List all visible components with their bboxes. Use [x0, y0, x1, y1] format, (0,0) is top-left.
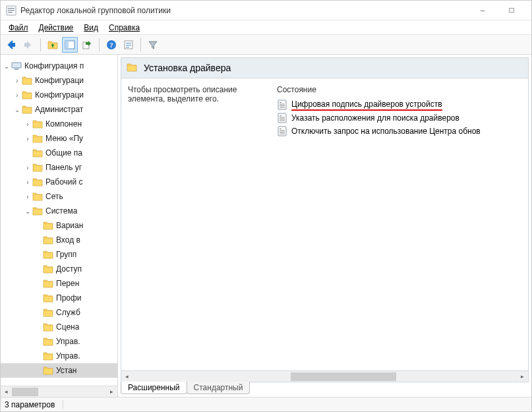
minimize-button[interactable]: –: [468, 1, 497, 20]
setting-label: Указать расположения для поиска драйверо…: [291, 113, 459, 123]
svg-rect-16: [126, 45, 131, 45]
tree-install-driver[interactable]: ·Устан: [1, 363, 117, 378]
status-bar: 3 параметров: [1, 397, 531, 411]
scroll-left-button[interactable]: ◂: [121, 371, 133, 382]
export-icon: [82, 40, 92, 50]
scroll-thumb[interactable]: [291, 372, 396, 381]
content-body: Чтобы просмотреть описание элемента, выд…: [121, 78, 529, 371]
tree-controlpanel[interactable]: ›Панель уг: [1, 160, 117, 175]
menu-bar: Файл Действие Вид Справка: [1, 20, 531, 35]
content-tabs: Расширенный Стандартный: [121, 382, 529, 397]
content-header: Установка драйвера: [121, 57, 529, 78]
arrow-right-icon: [23, 40, 34, 50]
setting-item-locations[interactable]: Указать расположения для поиска драйверо…: [274, 111, 525, 125]
menu-file[interactable]: Файл: [3, 22, 34, 34]
tree-cfg1[interactable]: ›Конфигураци: [1, 73, 117, 88]
svg-rect-18: [12, 63, 21, 68]
tab-standard[interactable]: Стандартный: [187, 382, 251, 394]
tree-admin[interactable]: ⌄Администрат: [1, 102, 117, 117]
tree-login[interactable]: ·Вход в: [1, 233, 117, 247]
export-button[interactable]: [79, 37, 95, 53]
tab-extended[interactable]: Расширенный: [121, 382, 187, 394]
help-button[interactable]: [103, 37, 119, 53]
tree-cfg2[interactable]: ›Конфигураци: [1, 88, 117, 102]
settings-list: Состояние Цифровая подпись драйверов уст…: [272, 78, 528, 370]
tree-sharedfolders[interactable]: ·Общие па: [1, 146, 117, 160]
description-column: Чтобы просмотреть описание элемента, выд…: [121, 78, 272, 370]
policy-icon: [277, 100, 287, 110]
tree-system[interactable]: ⌄Система: [1, 204, 117, 218]
tree-scripts[interactable]: ·Сцена: [1, 320, 117, 334]
setting-item-signature[interactable]: Цифровая подпись драйверов устройств: [274, 98, 525, 111]
tree-root[interactable]: ⌄ Конфигурация п: [1, 59, 117, 73]
funnel-icon: [148, 40, 158, 50]
properties-icon: [123, 40, 134, 50]
forward-button[interactable]: [20, 37, 36, 53]
scroll-thumb[interactable]: [12, 388, 38, 396]
scroll-left-button[interactable]: ◂: [1, 386, 12, 397]
tree-pane: ⌄ Конфигурация п ›Конфигураци ›Конфигура…: [1, 55, 118, 397]
toolbar: [1, 35, 531, 55]
computer-icon: [11, 61, 22, 71]
svg-rect-19: [15, 69, 18, 70]
tree-components[interactable]: ›Компонен: [1, 117, 117, 131]
tree-network[interactable]: ›Сеть: [1, 189, 117, 204]
svg-rect-15: [126, 43, 131, 44]
svg-rect-12: [65, 41, 69, 49]
properties-button[interactable]: [121, 37, 136, 53]
help-icon: [106, 40, 117, 50]
arrow-left-icon: [6, 40, 16, 50]
title-bar: Редактор локальной групповой политики – …: [1, 1, 531, 20]
status-count: 3 параметров: [5, 400, 63, 409]
tree-profiles[interactable]: ·Профи: [1, 291, 117, 305]
tree-services[interactable]: ·Служб: [1, 305, 117, 320]
tree-pane-icon: [65, 40, 75, 50]
tree-manage2[interactable]: ·Управ.: [1, 349, 117, 363]
content-pane: Установка драйвера Чтобы просмотреть опи…: [118, 55, 531, 397]
policy-icon: [277, 113, 287, 123]
policy-tree[interactable]: ⌄ Конфигурация п ›Конфигураци ›Конфигура…: [1, 59, 117, 378]
scroll-right-button[interactable]: ▸: [517, 371, 528, 382]
tree-redir[interactable]: ·Перен: [1, 276, 117, 291]
tree-manage1[interactable]: ·Управ.: [1, 334, 117, 349]
window-title: Редактор локальной групповой политики: [20, 6, 468, 15]
maximize-button[interactable]: □: [497, 1, 526, 20]
svg-rect-17: [126, 47, 129, 47]
tree-h-scrollbar[interactable]: ◂ ▸: [1, 386, 117, 397]
tree-variants[interactable]: ·Вариан: [1, 218, 117, 233]
filter-button[interactable]: [145, 37, 161, 53]
column-header-state[interactable]: Состояние: [274, 85, 525, 98]
content-title: Установка драйвера: [144, 63, 231, 73]
folder-icon: [127, 62, 138, 74]
show-tree-button[interactable]: [62, 37, 78, 53]
back-button[interactable]: [3, 37, 19, 53]
setting-label: Цифровая подпись драйверов устройств: [291, 100, 442, 111]
description-text: Чтобы просмотреть описание элемента, выд…: [128, 85, 265, 103]
main-area: ⌄ Конфигурация п ›Конфигураци ›Конфигура…: [1, 55, 531, 397]
setting-label: Отключить запрос на использование Центра…: [291, 127, 481, 136]
menu-action[interactable]: Действие: [34, 22, 79, 34]
tree-desktop[interactable]: ›Рабочий с: [1, 175, 117, 189]
policy-icon: [277, 126, 287, 136]
tree-group[interactable]: ·Групп: [1, 247, 117, 262]
menu-view[interactable]: Вид: [78, 22, 103, 34]
scroll-right-button[interactable]: ▸: [106, 386, 117, 397]
menu-help[interactable]: Справка: [103, 22, 145, 34]
up-level-button[interactable]: [45, 37, 61, 53]
app-icon: [6, 5, 16, 16]
setting-item-update-prompt[interactable]: Отключить запрос на использование Центра…: [274, 125, 525, 138]
folder-up-icon: [47, 40, 58, 50]
tree-access[interactable]: ·Доступ: [1, 262, 117, 276]
tree-startmenu[interactable]: ›Меню «Пу: [1, 131, 117, 146]
content-h-scrollbar[interactable]: ◂ ▸: [121, 371, 529, 382]
